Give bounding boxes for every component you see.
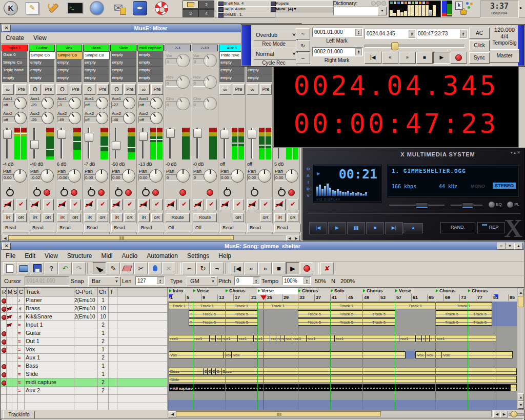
automation-mode-button[interactable]: Read <box>84 224 111 232</box>
hscroll-thumb[interactable] <box>176 411 381 416</box>
power-button[interactable] <box>224 189 231 196</box>
mute-button[interactable] <box>30 199 41 210</box>
panel-hide-button[interactable]: ▸ <box>520 5 522 10</box>
aux-send-knob[interactable] <box>12 94 29 111</box>
play-button[interactable]: ▶ <box>433 52 450 64</box>
aux-send-knob[interactable] <box>148 94 165 111</box>
track-row-pianer[interactable]: ♪Pianer2(Emu101 <box>1 296 168 305</box>
timeline-ruler[interactable]: 1591317212529333741454953576165697377818… <box>168 294 517 302</box>
power-button[interactable] <box>33 189 41 196</box>
output-route-button[interactable]: oR <box>287 213 298 222</box>
goto-start-button[interactable]: |◀ <box>365 52 381 64</box>
effect-rack-slot[interactable]: Gate-0 <box>2 51 27 59</box>
track-row-aux-1[interactable]: ≈Aux 12 <box>1 354 168 362</box>
arranger-canvas[interactable]: IntroVerseChorusVerseChorusSoloChorusVer… <box>168 288 517 410</box>
stereo-mono-button[interactable]: ∞ <box>247 84 258 95</box>
aux-send-knob[interactable] <box>12 109 29 126</box>
marker-chorus[interactable]: Chorus <box>436 288 467 294</box>
track-row-slide[interactable]: ≈Slide1 <box>1 370 168 378</box>
xmms-window[interactable]: X MULTIMEDIA SYSTEM ▾ ▴ ✕ OAIDV ▶ 00:21 … <box>302 148 525 241</box>
part[interactable]: Track 5 <box>193 318 226 326</box>
vscroll-down-icon[interactable]: ▼ <box>518 401 524 409</box>
main-shade-button[interactable]: ○ <box>497 243 506 250</box>
punch-out-button[interactable]: ∽ <box>296 53 310 64</box>
marker-verse[interactable]: Verse <box>395 288 426 294</box>
effect-rack-slot[interactable]: empty <box>29 67 54 74</box>
arranger-vscrollbar[interactable]: ▲ ▲ ▼ <box>517 288 525 410</box>
effect-rack-slot[interactable]: empty <box>219 74 245 82</box>
vscroll-thumb[interactable] <box>518 296 524 307</box>
loop-button[interactable]: ↻ <box>196 262 210 274</box>
record-indicator[interactable] <box>2 331 7 336</box>
fader-handle[interactable] <box>85 133 93 142</box>
part[interactable]: Vox <box>223 351 232 358</box>
dictionary-buttons[interactable] <box>371 1 386 6</box>
pan-knob[interactable] <box>149 169 163 183</box>
cho-knob[interactable] <box>201 94 219 113</box>
marker-verse[interactable]: Verse <box>258 288 289 294</box>
redo-button[interactable]: ↷ <box>72 262 86 274</box>
aux-send-knob[interactable] <box>66 94 83 111</box>
part[interactable]: Track 5 <box>362 310 395 317</box>
part[interactable]: Vox <box>425 351 442 358</box>
type-combo[interactable]: GM ▼ <box>187 276 217 286</box>
punch-in-button[interactable]: ⌐ <box>183 262 196 274</box>
mail-icon[interactable]: ✉ <box>110 1 127 16</box>
clutterbar-i[interactable]: I <box>306 179 311 186</box>
record-indicator[interactable] <box>2 339 7 345</box>
main-menu-file[interactable]: File <box>1 250 20 262</box>
fader-handle[interactable] <box>248 130 256 139</box>
tempo-spinbox[interactable]: 100% ▲▼ <box>282 276 311 285</box>
part[interactable]: rec1 <box>193 335 210 342</box>
effect-rack-slot[interactable]: empty <box>111 59 136 67</box>
part[interactable]: Track 1 <box>257 302 298 309</box>
power-button[interactable] <box>115 189 123 196</box>
hscroll-right-icon[interactable]: ▶ <box>500 411 508 417</box>
part[interactable]: Track 5 <box>298 310 331 317</box>
track-row-guitar[interactable]: ≈Guitar1 <box>1 329 168 337</box>
pre-button[interactable]: Pre <box>70 84 82 95</box>
whats-this-button[interactable]: ? <box>45 262 58 274</box>
main-maximize-button[interactable]: ▴ <box>514 243 523 250</box>
effect-rack-slot[interactable]: Simple Co <box>84 51 110 59</box>
writer-pen-icon[interactable]: ✒ <box>131 1 149 16</box>
pan-knob[interactable] <box>204 169 217 183</box>
tempo-preset-50pct[interactable]: 50% <box>315 278 326 284</box>
pan-knob[interactable] <box>258 169 271 183</box>
stereo-mono-button[interactable]: O <box>56 84 68 95</box>
effect-rack-slot[interactable]: empty <box>56 59 82 67</box>
stereo-mono-button[interactable]: ∞ <box>138 84 150 95</box>
record-indicator[interactable] <box>2 381 7 386</box>
pre-button[interactable]: Pre <box>233 84 245 95</box>
mixer-hscroll-thumb[interactable] <box>8 235 234 240</box>
part[interactable] <box>510 384 517 391</box>
main-iconify-button[interactable]: ▾ <box>506 243 514 250</box>
power-button[interactable] <box>88 189 95 196</box>
input-route-button[interactable]: iR <box>84 213 95 222</box>
marker-chorus[interactable]: Chorus <box>298 288 329 294</box>
previous-button[interactable]: |◀ <box>309 222 327 234</box>
system-monitor-applet[interactable] <box>389 1 441 17</box>
effect-rack-slot[interactable]: Triple band <box>2 67 27 74</box>
aux-send-knob[interactable] <box>120 94 137 111</box>
cycle-rec-dropdown[interactable]: Normal ▼ <box>254 48 298 60</box>
fader-handle[interactable] <box>166 129 175 138</box>
fast-forward-button[interactable]: » <box>258 262 272 274</box>
effect-rack-slot[interactable]: empty <box>84 67 109 74</box>
aux-send-knob[interactable] <box>39 94 56 111</box>
input-route-button[interactable]: iR <box>274 213 286 222</box>
new-file-button[interactable] <box>3 262 16 274</box>
effect-rack-slot[interactable]: Simple Co <box>56 51 83 59</box>
xmms-close-icon[interactable]: ✕ <box>517 150 520 155</box>
output-route-button[interactable]: oR <box>124 213 135 222</box>
record-indicator[interactable] <box>2 307 7 312</box>
solo-button[interactable]: ✔ <box>260 199 272 210</box>
part[interactable]: Track 5 <box>362 318 395 326</box>
output-route-button[interactable]: oR <box>43 213 54 222</box>
main-menu-view[interactable]: View <box>40 250 63 262</box>
fader-handle[interactable] <box>30 140 39 149</box>
pan-knob[interactable] <box>122 169 135 183</box>
power-button[interactable] <box>6 189 14 196</box>
clutterbar-d[interactable]: D <box>306 186 311 192</box>
record-arm-button[interactable] <box>98 189 105 196</box>
